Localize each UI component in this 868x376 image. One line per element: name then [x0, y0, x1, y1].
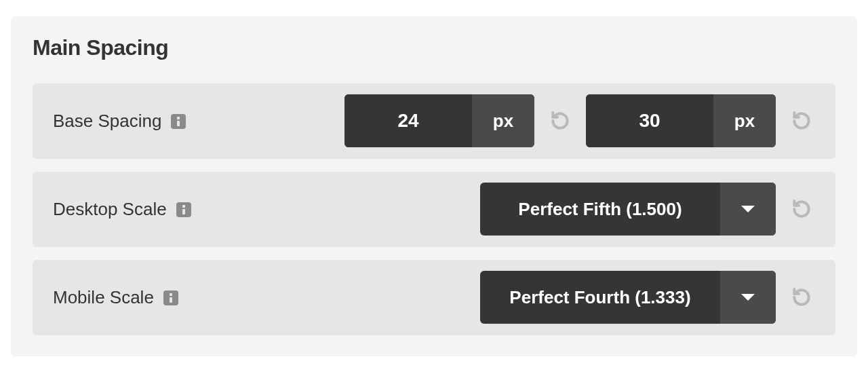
info-icon[interactable]	[176, 202, 191, 217]
chevron-down-icon	[720, 183, 776, 236]
reset-button[interactable]	[788, 284, 815, 311]
desktop-scale-selected: Perfect Fifth (1.500)	[480, 183, 720, 236]
base-spacing-input-2[interactable]	[586, 94, 713, 147]
info-icon[interactable]	[163, 290, 178, 305]
reset-button[interactable]	[547, 107, 574, 134]
main-spacing-panel: Main Spacing Base Spacing px	[11, 16, 857, 356]
info-icon[interactable]	[171, 114, 186, 129]
svg-rect-4	[170, 293, 172, 296]
mobile-scale-select[interactable]: Perfect Fourth (1.333)	[480, 271, 776, 324]
reset-button[interactable]	[788, 195, 815, 223]
base-spacing-value-1-field: px	[344, 94, 534, 147]
mobile-scale-controls: Perfect Fourth (1.333)	[480, 271, 815, 324]
desktop-scale-controls: Perfect Fifth (1.500)	[480, 183, 815, 236]
desktop-scale-label: Desktop Scale	[53, 199, 167, 220]
chevron-down-icon	[720, 271, 776, 324]
desktop-scale-label-group: Desktop Scale	[53, 199, 480, 220]
mobile-scale-row: Mobile Scale Perfect Fourth (1.333)	[33, 260, 835, 335]
unit-badge[interactable]: px	[472, 94, 534, 147]
base-spacing-value-2-field: px	[586, 94, 776, 147]
base-spacing-controls: px px	[344, 94, 815, 147]
svg-rect-2	[182, 205, 185, 208]
base-spacing-label: Base Spacing	[53, 111, 161, 132]
panel-title: Main Spacing	[33, 35, 835, 60]
svg-rect-1	[177, 121, 180, 126]
base-spacing-label-group: Base Spacing	[53, 111, 344, 132]
mobile-scale-selected: Perfect Fourth (1.333)	[480, 271, 720, 324]
mobile-scale-label-group: Mobile Scale	[53, 287, 480, 308]
reset-button[interactable]	[788, 107, 815, 134]
unit-badge[interactable]: px	[713, 94, 776, 147]
svg-rect-0	[177, 117, 180, 119]
mobile-scale-label: Mobile Scale	[53, 287, 154, 308]
base-spacing-input-1[interactable]	[344, 94, 472, 147]
base-spacing-row: Base Spacing px px	[33, 83, 835, 158]
svg-rect-5	[170, 297, 172, 303]
desktop-scale-select[interactable]: Perfect Fifth (1.500)	[480, 183, 776, 236]
desktop-scale-row: Desktop Scale Perfect Fifth (1.500)	[33, 172, 835, 246]
svg-rect-3	[182, 209, 185, 214]
